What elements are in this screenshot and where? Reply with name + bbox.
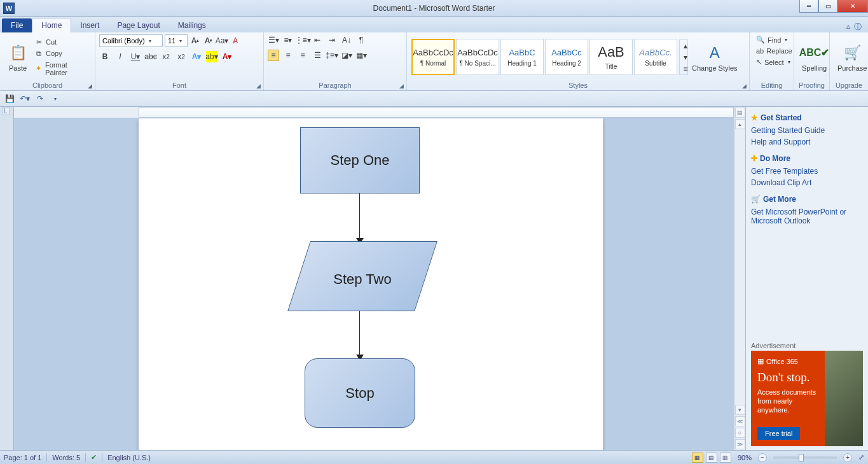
- select-button[interactable]: ↖Select▾: [754, 57, 790, 67]
- get-free-templates-link[interactable]: Get Free Templates: [751, 165, 863, 177]
- undo-button[interactable]: ↶▾: [19, 93, 31, 104]
- purchase-button[interactable]: 🛒Purchase: [834, 41, 868, 73]
- style-item-3[interactable]: AaBbCcHeading 2: [545, 39, 588, 75]
- increase-indent-button[interactable]: ⇥: [326, 34, 338, 46]
- superscript-button[interactable]: x2: [176, 51, 187, 62]
- cut-button[interactable]: ✂Cut: [32, 37, 91, 48]
- align-right-button[interactable]: ≡: [297, 50, 308, 61]
- shading-button[interactable]: ◪▾: [341, 50, 352, 61]
- align-center-button[interactable]: ≡: [282, 50, 294, 61]
- show-marks-button[interactable]: ¶: [355, 34, 367, 46]
- prev-page[interactable]: ≪: [735, 416, 745, 426]
- print-layout-view[interactable]: ▦: [692, 453, 703, 463]
- redo-button[interactable]: ↷: [34, 93, 46, 104]
- strikethrough-button[interactable]: abc: [145, 51, 156, 62]
- get-microsoft-link[interactable]: Get Microsoft PowerPoint or Microsoft Ou…: [751, 206, 863, 227]
- flowchart-data-shape[interactable]: Step Two: [293, 241, 432, 318]
- browse-object[interactable]: ○: [735, 428, 745, 438]
- font-size-combo[interactable]: 11▾: [165, 34, 188, 47]
- highlight-button[interactable]: ab▾: [206, 51, 217, 62]
- style-item-4[interactable]: AaBTitle: [589, 39, 633, 75]
- font-color-button[interactable]: A▾: [221, 51, 233, 62]
- replace-button[interactable]: abReplace: [754, 46, 790, 56]
- ad-banner[interactable]: ▦ Office 365 Don't stop. Access document…: [751, 351, 863, 446]
- underline-button[interactable]: U▾: [130, 51, 141, 62]
- zoom-in-button[interactable]: +: [843, 453, 852, 462]
- bold-button[interactable]: B: [99, 51, 111, 62]
- copy-button[interactable]: ⧉Copy: [32, 48, 91, 59]
- tab-insert[interactable]: Insert: [71, 18, 108, 32]
- sort-button[interactable]: A↓: [341, 34, 352, 46]
- maximize-button[interactable]: ▭: [818, 0, 837, 13]
- arrow-2[interactable]: [359, 311, 360, 356]
- flowchart-process-shape[interactable]: Step One: [300, 127, 420, 193]
- grow-font-button[interactable]: A▴: [189, 35, 201, 46]
- borders-button[interactable]: ▦▾: [355, 50, 367, 61]
- help-icon[interactable]: ⓘ: [854, 22, 862, 32]
- change-styles-button[interactable]: A Change Styles: [688, 41, 741, 73]
- clipboard-launcher[interactable]: ◢: [88, 83, 92, 89]
- font-launcher[interactable]: ◢: [256, 83, 261, 89]
- shrink-font-button[interactable]: A▾: [203, 35, 214, 46]
- help-and-support-link[interactable]: Help and Support: [751, 136, 863, 148]
- tab-mailings[interactable]: Mailings: [169, 18, 215, 32]
- zoom-out-button[interactable]: −: [758, 453, 767, 462]
- justify-button[interactable]: ☰: [312, 50, 323, 61]
- style-item-0[interactable]: AaBbCcDc¶ Normal: [411, 39, 455, 75]
- tab-page-layout[interactable]: Page Layout: [108, 18, 169, 32]
- change-case-button[interactable]: Aa▾: [216, 35, 228, 46]
- line-spacing-button[interactable]: ‡≡▾: [326, 50, 338, 61]
- vertical-scrollbar[interactable]: ▤ ▴ ▾ ≪ ○ ≫: [734, 107, 745, 450]
- paste-button[interactable]: 📋 Paste: [4, 41, 32, 73]
- decrease-indent-button[interactable]: ⇤: [312, 34, 323, 46]
- close-button[interactable]: ✕: [837, 0, 868, 13]
- bullets-button[interactable]: ☰▾: [268, 34, 279, 46]
- multilevel-list-button[interactable]: ⋮≡▾: [297, 34, 308, 46]
- scroll-up[interactable]: ▴: [735, 119, 745, 129]
- quick-access-toolbar: 💾 ↶▾ ↷ ▾: [0, 91, 868, 107]
- font-name-combo[interactable]: Calibri (Body)▾: [99, 34, 163, 47]
- scroll-down[interactable]: ▾: [735, 405, 745, 415]
- arrow-1[interactable]: [359, 193, 360, 239]
- tab-file[interactable]: File: [2, 18, 32, 32]
- minimize-ribbon-icon[interactable]: ▵: [846, 22, 850, 32]
- style-item-5[interactable]: AaBbCc.Subtitle: [634, 39, 677, 75]
- align-left-button[interactable]: ≡: [268, 50, 279, 61]
- numbering-button[interactable]: ≡▾: [282, 34, 294, 46]
- paragraph-launcher[interactable]: ◢: [399, 83, 404, 89]
- styles-gallery[interactable]: AaBbCcDc¶ NormalAaBbCcDc¶ No Spaci...AaB…: [411, 39, 678, 75]
- zoom-level[interactable]: 90%: [738, 454, 752, 461]
- full-screen-view[interactable]: ▤: [706, 453, 717, 463]
- style-item-1[interactable]: AaBbCcDc¶ No Spaci...: [456, 39, 499, 75]
- tab-home[interactable]: Home: [32, 18, 71, 32]
- web-layout-view[interactable]: ▥: [720, 453, 731, 463]
- ad-cta-button[interactable]: Free trial: [757, 427, 800, 440]
- qat-customize[interactable]: ▾: [50, 93, 61, 104]
- horizontal-ruler[interactable]: [14, 107, 734, 118]
- clipboard-group-label: Clipboard◢: [0, 81, 95, 90]
- flowchart-terminator-shape[interactable]: Stop: [305, 358, 415, 428]
- italic-button[interactable]: I: [114, 51, 126, 62]
- clear-formatting-button[interactable]: A̷: [230, 35, 241, 46]
- save-button[interactable]: 💾: [4, 93, 15, 104]
- download-clip-art-link[interactable]: Download Clip Art: [751, 177, 863, 188]
- minimize-button[interactable]: ━: [799, 0, 818, 13]
- zoom-slider[interactable]: [773, 456, 837, 459]
- zoom-fit-icon[interactable]: ⤢: [858, 453, 864, 461]
- text-effects-button[interactable]: A▾: [191, 51, 202, 62]
- proofing-status-icon[interactable]: ✔: [91, 453, 97, 461]
- word-count[interactable]: Words: 5: [52, 454, 80, 461]
- ruler-toggle[interactable]: ▤: [735, 108, 745, 118]
- page-indicator[interactable]: Page: 1 of 1: [4, 454, 41, 461]
- language-indicator[interactable]: English (U.S.): [107, 454, 151, 461]
- getting-started-guide-link[interactable]: Getting Started Guide: [751, 125, 863, 136]
- styles-group-label: Styles◢: [407, 81, 749, 90]
- find-button[interactable]: 🔍Find▾: [754, 34, 790, 45]
- next-page[interactable]: ≫: [735, 439, 745, 449]
- spelling-button[interactable]: ABC✔Spelling: [798, 41, 830, 73]
- style-item-2[interactable]: AaBbCHeading 1: [500, 39, 544, 75]
- document-page[interactable]: Step One Step Two Stop: [139, 118, 603, 450]
- format-painter-button[interactable]: ✦Format Painter: [32, 60, 91, 78]
- styles-launcher[interactable]: ◢: [742, 83, 747, 89]
- subscript-button[interactable]: x2: [160, 51, 172, 62]
